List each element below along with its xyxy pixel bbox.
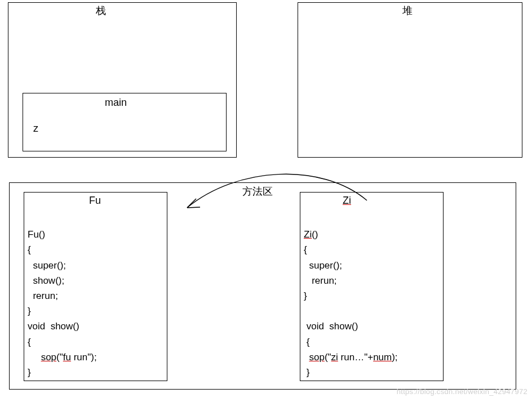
zi-line: { [304,244,307,255]
fu-line: { [28,244,31,255]
fu-line: { [28,337,31,347]
fu-line: } [28,367,31,378]
zi-line: sop("zi run…"+num); [304,352,398,363]
zi-title: Zi [343,195,351,207]
zi-line: { [304,337,309,347]
zi-line: } [304,367,309,378]
fu-line: rerun; [28,290,58,301]
zi-line: super(); [304,260,342,271]
zi-line: rerun; [304,275,337,286]
zi-class-box: Zi Zi() { super(); rerun; } void show() … [300,192,444,381]
fu-line: sop("fu run"); [28,352,97,363]
stack-title: 栈 [96,4,106,17]
zi-code: Zi() { super(); rerun; } void show() { s… [304,212,398,395]
watermark: https://blog.csdn.net/weixin_42947972 [397,387,527,396]
fu-line: } [28,306,31,316]
fu-line: show(); [28,275,64,286]
fu-title: Fu [89,195,101,207]
fu-line: super(); [28,260,66,271]
fu-code: Fu() { super(); show(); rerun; } void sh… [28,212,97,395]
zi-line: void show() [304,321,358,332]
stack-frame-main: main z [23,93,227,151]
heap-box: 堆 [298,2,522,158]
fu-line: void show() [28,321,79,332]
main-label: main [105,97,127,109]
method-area-title: 方法区 [242,185,273,198]
fu-class-box: Fu Fu() { super(); show(); rerun; } void… [24,192,167,381]
zi-line: } [304,290,307,301]
heap-title: 堆 [402,4,413,17]
z-variable: z [33,123,38,135]
fu-line: Fu() [28,229,45,240]
zi-line: Zi() [304,229,318,240]
